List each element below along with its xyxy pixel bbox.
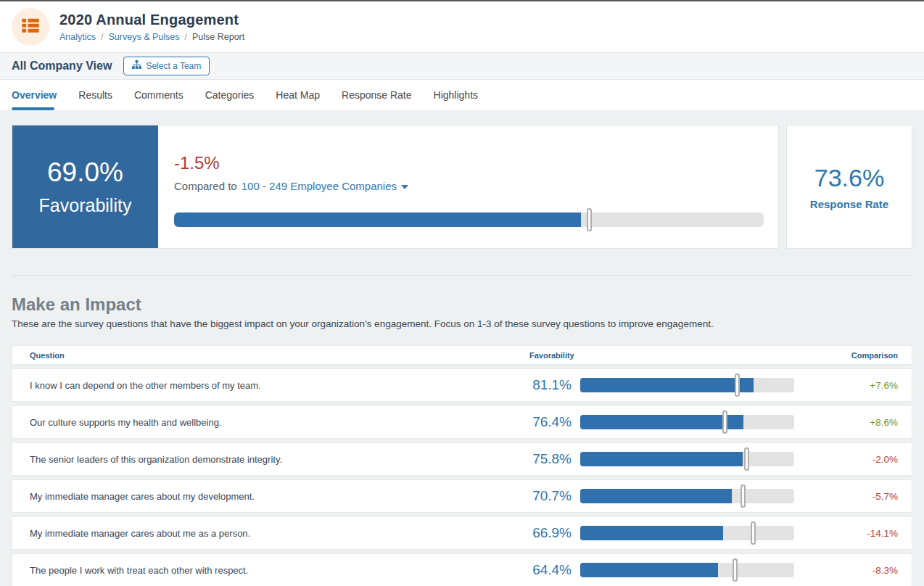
benchmark-marker [735,374,740,397]
comparison-panel: -1.5% Compared to 100 - 249 Employee Com… [158,125,778,248]
table-row: My immediate manager cares about me as a… [12,516,912,550]
tab-label: Heat Map [276,89,320,101]
select-team-button[interactable]: Select a Team [123,57,210,75]
column-header-comparison: Comparison [794,351,903,360]
view-bar: All Company View Select a Team [0,52,924,80]
favorability-value: 69.0% [47,157,123,188]
question-text: The senior leaders of this organization … [21,454,506,465]
bar-fill [580,452,743,466]
tab-bar: OverviewResultsCommentsCategoriesHeat Ma… [0,80,924,110]
question-text: Our culture supports my health and wellb… [21,417,506,428]
comparison-value: -14.1% [794,528,903,539]
breadcrumb-separator: / [184,32,186,42]
table-row: The senior leaders of this organization … [12,442,912,476]
tab-response-rate[interactable]: Response Rate [331,80,423,110]
table-row: My immediate manager cares about my deve… [12,479,912,513]
column-header-favorability: Favorability [506,351,794,360]
comparison-value: +7.6% [794,380,903,391]
favorability-value: 66.9% [506,525,572,541]
column-header-question: Question [21,351,506,360]
favorability-bar [580,526,794,540]
comparison-value: +8.6% [794,417,903,428]
breadcrumb-separator: / [101,32,103,42]
table-header-row: Question Favorability Comparison [12,345,912,365]
table-row: Our culture supports my health and wellb… [12,405,912,439]
company-favorability-bar [174,212,764,227]
compared-to-label: Compared to [174,180,237,192]
benchmark-dropdown[interactable]: 100 - 249 Employee Companies [242,180,408,192]
bar-fill [174,212,581,227]
favorability-value: 75.8% [506,451,572,467]
benchmark-marker [741,484,746,508]
tab-overview[interactable]: Overview [12,80,67,110]
impact-table: Question Favorability Comparison I know … [12,345,912,586]
favorability-bar [580,563,794,577]
breadcrumb-pulse-report: Pulse Report [192,32,244,42]
view-title: All Company View [12,59,112,73]
tab-label: Highlights [434,89,478,101]
benchmark-marker [587,208,592,231]
response-rate-value: 73.6% [814,164,884,192]
select-team-label: Select a Team [146,61,201,71]
tab-highlights[interactable]: Highlights [423,80,489,110]
tab-results[interactable]: Results [67,80,123,110]
favorability-bar [580,415,794,429]
comparison-value: -5.7% [794,491,903,502]
comparison-value: -8.3% [794,565,903,576]
benchmark-link-label: 100 - 249 Employee Companies [242,180,397,192]
section-divider [12,275,912,276]
tab-label: Categories [205,89,255,101]
bar-fill [580,378,754,392]
tab-label: Response Rate [342,89,412,101]
comparison-value: -2.0% [794,454,903,465]
bar-fill [580,489,732,503]
table-row: I know I can depend on the other members… [12,368,912,402]
benchmark-marker [722,410,727,434]
benchmark-marker [744,447,749,471]
favorability-value: 81.1% [506,377,572,393]
tab-heat-map[interactable]: Heat Map [265,80,331,110]
response-rate-card: 73.6% Response Rate [786,125,912,249]
bar-fill [580,415,743,429]
question-text: My immediate manager cares about my deve… [21,491,506,502]
bar-fill [580,563,718,577]
favorability-value: 70.7% [506,488,572,504]
app-header: 2020 Annual Engagement Analytics / Surve… [0,1,924,52]
favorability-tile: 69.0% Favorability [12,125,158,248]
tab-label: Overview [12,89,57,101]
favorability-value: 76.4% [506,414,572,430]
app-logo[interactable] [12,8,49,46]
response-rate-label: Response Rate [810,198,888,210]
favorability-bar [580,378,794,392]
caret-down-icon [401,185,408,189]
bar-fill [580,526,723,540]
favorability-bar [580,452,794,466]
tab-label: Comments [134,89,183,101]
benchmark-marker [733,558,738,582]
breadcrumb-analytics[interactable]: Analytics [59,32,96,42]
page-title: 2020 Annual Engagement [59,12,244,28]
tab-label: Results [78,89,112,101]
tab-categories[interactable]: Categories [194,80,265,110]
favorability-label: Favorability [39,195,132,216]
breadcrumb: Analytics / Surveys & Pulses / Pulse Rep… [59,32,244,42]
impact-subtitle: These are the survey questions that have… [12,318,912,329]
sitemap-icon [132,60,141,72]
table-row: The people I work with treat each other … [12,553,912,586]
question-text: I know I can depend on the other members… [21,380,506,391]
tab-comments[interactable]: Comments [123,80,194,110]
content: 69.0% Favorability -1.5% Compared to 100… [0,110,924,586]
benchmark-marker [751,521,756,545]
question-text: My immediate manager cares about me as a… [21,528,506,539]
comparison-delta: -1.5% [174,153,764,173]
impact-title: Make an Impact [12,294,912,315]
favorability-value: 64.4% [506,562,572,578]
list-icon [20,15,41,38]
favorability-card: 69.0% Favorability -1.5% Compared to 100… [12,125,779,249]
breadcrumb-surveys-pulses[interactable]: Surveys & Pulses [109,32,180,42]
favorability-bar [580,489,794,503]
summary-row: 69.0% Favorability -1.5% Compared to 100… [12,125,912,249]
question-text: The people I work with treat each other … [21,565,506,576]
